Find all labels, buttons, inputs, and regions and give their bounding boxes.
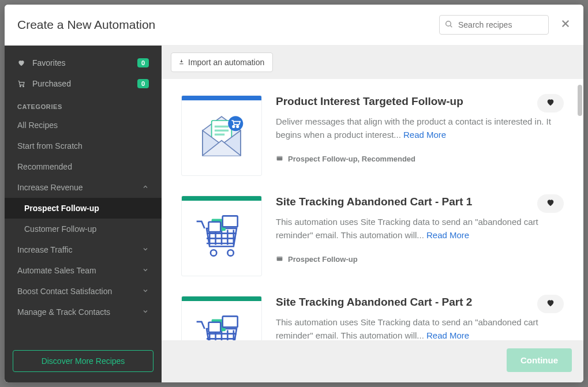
svg-point-12 — [228, 116, 243, 131]
recipe-title: Site Tracking Abandoned Cart - Part 2 — [276, 296, 564, 309]
toolbar: Import an automation — [162, 46, 583, 79]
chevron-down-icon — [142, 245, 149, 254]
continue-button[interactable]: Continue — [507, 348, 572, 372]
svg-rect-23 — [277, 256, 283, 257]
sidebar-section-label: CATEGORIES — [5, 94, 162, 115]
svg-rect-10 — [215, 134, 224, 136]
recipe-meta: Prospect Follow-up — [276, 255, 564, 264]
svg-rect-28 — [208, 322, 220, 332]
count-badge: 0 — [137, 58, 149, 67]
automation-modal: Create a New Automation Favorites 0 — [5, 5, 583, 382]
modal-footer: Continue — [162, 340, 583, 382]
modal-header: Create a New Automation — [5, 5, 583, 46]
recipe-description: This automation uses Site Tracking data … — [276, 315, 564, 340]
sidebar-sub-label: Customer Follow-up — [24, 224, 96, 234]
sidebar-cat-label: Recommended — [17, 162, 149, 171]
svg-rect-27 — [223, 316, 238, 327]
chevron-down-icon — [142, 287, 149, 296]
svg-rect-8 — [215, 126, 229, 127]
sidebar-cat-start-from-scratch[interactable]: Start from Scratch — [5, 136, 162, 156]
recipe-main: Site Tracking Abandoned Cart - Part 1 Th… — [276, 196, 564, 276]
sidebar-item-favorites[interactable]: Favorites 0 — [5, 52, 162, 73]
recipe-main: Product Interest Targeted Follow-up Deli… — [276, 95, 564, 176]
recipe-description: This automation uses Site Tracking data … — [276, 215, 564, 242]
discover-wrap: Discover More Recipes — [5, 342, 162, 382]
recipe-list[interactable]: Product Interest Targeted Follow-up Deli… — [162, 79, 583, 340]
search-wrap — [439, 15, 549, 35]
sidebar-cat-label: Automate Sales Team — [17, 266, 142, 275]
favorite-button[interactable] — [537, 295, 564, 313]
favorite-button[interactable] — [537, 194, 564, 213]
discover-more-button[interactable]: Discover More Recipes — [13, 350, 153, 372]
sidebar-sub-label: Prospect Follow-up — [24, 204, 99, 213]
sidebar: Favorites 0 Purchased 0 CATEGORIES All R… — [5, 46, 162, 382]
recipe-thumbnail — [181, 95, 262, 176]
svg-point-17 — [211, 250, 216, 256]
tag-icon — [276, 255, 283, 264]
heart-icon — [17, 59, 28, 67]
sidebar-item-purchased[interactable]: Purchased 0 — [5, 73, 162, 94]
sidebar-sub-customer-follow-up[interactable]: Customer Follow-up — [5, 219, 162, 239]
sidebar-cat-label: Increase Traffic — [17, 245, 142, 254]
heart-icon — [546, 97, 555, 109]
favorite-button[interactable] — [537, 94, 564, 112]
import-button-label: Import an automation — [188, 58, 264, 67]
recipe-card[interactable]: Site Tracking Abandoned Cart - Part 2 Th… — [181, 280, 564, 340]
sidebar-item-label: Favorites — [32, 58, 137, 67]
sidebar-cat-label: Boost Contact Satisfaction — [17, 287, 142, 296]
heart-icon — [546, 298, 555, 310]
svg-point-4 — [20, 86, 21, 87]
chevron-down-icon — [142, 307, 149, 317]
read-more-link[interactable]: Read More — [403, 130, 446, 140]
main: Import an automation — [162, 46, 583, 382]
recipe-thumbnail — [181, 196, 262, 276]
scrollbar-thumb[interactable] — [578, 85, 582, 116]
svg-rect-20 — [223, 216, 238, 227]
chevron-down-icon — [142, 266, 149, 275]
search-input[interactable] — [439, 15, 549, 35]
sidebar-cat-automate-sales-team[interactable]: Automate Sales Team — [5, 260, 162, 281]
sidebar-cat-label: Start from Scratch — [17, 141, 149, 151]
chevron-up-icon — [142, 183, 149, 192]
sidebar-cat-increase-traffic[interactable]: Increase Traffic — [5, 239, 162, 260]
recipe-description: Deliver messages that align with the pro… — [276, 115, 564, 142]
sidebar-cat-label: Manage & Track Contacts — [17, 307, 142, 317]
recipe-thumbnail — [181, 296, 262, 340]
read-more-link[interactable]: Read More — [426, 230, 469, 240]
svg-rect-9 — [215, 130, 229, 131]
recipe-main: Site Tracking Abandoned Cart - Part 2 Th… — [276, 296, 564, 340]
sidebar-cat-all-recipes[interactable]: All Recipes — [5, 115, 162, 136]
recipe-card[interactable]: Site Tracking Abandoned Cart - Part 1 Th… — [181, 179, 564, 280]
recipe-meta: Prospect Follow-up, Recommended — [276, 155, 564, 164]
close-icon[interactable] — [558, 15, 573, 35]
sidebar-cat-boost-contact-satisfaction[interactable]: Boost Contact Satisfaction — [5, 281, 162, 302]
recipe-title: Site Tracking Abandoned Cart - Part 1 — [276, 196, 564, 208]
recipe-card[interactable]: Product Interest Targeted Follow-up Deli… — [181, 79, 564, 179]
heart-icon — [546, 198, 555, 209]
recipe-desc-text: This automation uses Site Tracking data … — [276, 217, 538, 240]
recipe-meta-text: Prospect Follow-up, Recommended — [288, 155, 415, 163]
sidebar-cat-label: All Recipes — [17, 121, 149, 130]
svg-point-13 — [233, 126, 234, 127]
svg-point-18 — [227, 250, 233, 256]
cart-icon — [17, 80, 28, 88]
envelope-illustration — [182, 96, 261, 175]
read-more-link[interactable]: Read More — [426, 330, 469, 340]
cart-illustration — [182, 196, 261, 276]
sidebar-item-label: Purchased — [32, 79, 137, 88]
recipe-title: Product Interest Targeted Follow-up — [276, 95, 564, 108]
sidebar-cat-increase-revenue[interactable]: Increase Revenue — [5, 177, 162, 198]
svg-point-5 — [23, 86, 24, 87]
svg-rect-16 — [277, 156, 283, 157]
import-automation-button[interactable]: Import an automation — [171, 52, 273, 72]
recipe-desc-text: This automation uses Site Tracking data … — [276, 317, 538, 340]
modal-body: Favorites 0 Purchased 0 CATEGORIES All R… — [5, 46, 583, 382]
recipe-meta-text: Prospect Follow-up — [288, 255, 358, 264]
sidebar-cat-recommended[interactable]: Recommended — [5, 156, 162, 177]
sidebar-cat-label: Increase Revenue — [17, 183, 142, 192]
tag-icon — [276, 155, 283, 164]
cart-illustration — [182, 296, 261, 340]
count-badge: 0 — [137, 79, 149, 88]
sidebar-cat-manage-track-contacts[interactable]: Manage & Track Contacts — [5, 302, 162, 322]
sidebar-sub-prospect-follow-up[interactable]: Prospect Follow-up — [5, 198, 162, 219]
